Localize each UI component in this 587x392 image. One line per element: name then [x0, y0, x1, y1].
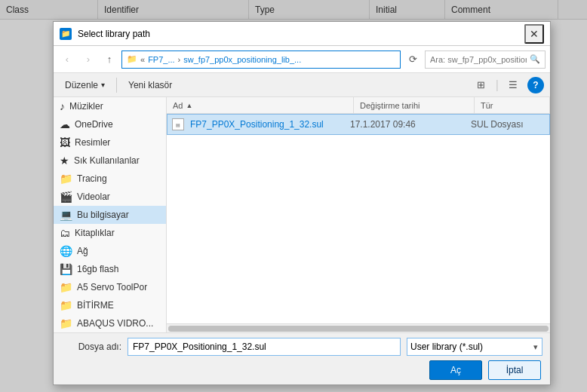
sidebar-item-label: Sık Kullanılanlar: [74, 155, 140, 166]
file-type-icon: ▤: [171, 117, 186, 132]
help-button[interactable]: ?: [527, 77, 544, 93]
dialog-title-bar: 📁 Select library path ✕: [54, 22, 550, 46]
horizontal-scrollbar[interactable]: [167, 323, 550, 332]
new-folder-label: Yeni klasör: [128, 80, 172, 90]
sidebar-item-icon: 📁: [60, 281, 72, 293]
organize-label: Düzenle: [65, 80, 98, 90]
sidebar-item-icon: 🖼: [60, 136, 70, 149]
sidebar-item-a5-servo-toolpor[interactable]: 📁A5 Servo ToolPor: [54, 278, 166, 296]
scrollbar-track: [168, 326, 549, 332]
search-input[interactable]: [430, 55, 527, 64]
forward-button[interactable]: ›: [79, 51, 97, 69]
dialog-icon: 📁: [60, 28, 72, 40]
sidebar-item-label: Ağ: [77, 246, 88, 256]
sidebar-item-kitaplıklar[interactable]: 🗂Kitaplıklar: [54, 224, 166, 242]
toolbar-right: ⊞ | ☰ ?: [472, 75, 544, 95]
organize-button[interactable]: Düzenle ▾: [60, 78, 110, 93]
main-content: ♪Müzikler☁OneDrive🖼Resimler★Sık Kullanıl…: [54, 97, 550, 332]
scrollbar-thumb: [168, 326, 549, 332]
filename-label: Dosya adı:: [61, 341, 121, 352]
filename-row: Dosya adı: User library (*.sul): [61, 338, 542, 356]
open-button[interactable]: Aç: [429, 360, 482, 380]
sidebar-item-abaqus-vidro...[interactable]: 📁ABAQUS VIDRO...: [54, 314, 166, 332]
filename-input[interactable]: [128, 338, 401, 356]
view-grid-button[interactable]: ⊞: [472, 75, 491, 95]
sidebar-item-icon: 🎬: [60, 191, 72, 203]
sidebar-item-icon: 📁: [60, 317, 72, 329]
sidebar: ♪Müzikler☁OneDrive🖼Resimler★Sık Kullanıl…: [54, 97, 167, 332]
sidebar-item-tracing[interactable]: 📁Tracing: [54, 170, 166, 188]
sidebar-item-icon: 🌐: [60, 245, 72, 257]
filetype-select[interactable]: User library (*.sul): [407, 338, 542, 356]
sidebar-item-label: A5 Servo ToolPor: [77, 282, 147, 292]
sidebar-item-label: Videolar: [77, 191, 110, 202]
path-part-2[interactable]: sw_fp7_pp0x_positioning_lib_...: [183, 55, 301, 64]
back-button[interactable]: ‹: [58, 51, 76, 69]
sidebar-item-resimler[interactable]: 🖼Resimler: [54, 133, 166, 152]
folder-icon: 📁: [127, 54, 137, 64]
close-button[interactable]: ✕: [524, 24, 544, 44]
sidebar-item-icon: 📁: [60, 173, 72, 185]
file-type: SUL Dosyası: [471, 119, 546, 130]
file-list-body[interactable]: ▤FP7_PP0X_Positioning_1_32.sul17.1.2017 …: [167, 114, 550, 323]
file-list-header: Ad ▲ Değiştirme tarihi Tür: [167, 97, 550, 114]
sidebar-item-icon: ★: [60, 155, 69, 167]
table-row[interactable]: ▤FP7_PP0X_Positioning_1_32.sul17.1.2017 …: [167, 114, 550, 135]
search-icon: 🔍: [530, 54, 540, 64]
search-box[interactable]: 🔍: [425, 51, 546, 69]
sidebar-item-label: ABAQUS VIDRO...: [77, 318, 153, 329]
dialog-title: Select library path: [78, 29, 524, 39]
sidebar-item-16gb-flash[interactable]: 💾16gb flash: [54, 260, 166, 278]
sidebar-item-label: Bu bilgisayar: [77, 210, 129, 220]
cancel-button[interactable]: İptal: [488, 360, 541, 380]
sidebar-item-label: Müzikler: [69, 101, 103, 112]
new-folder-button[interactable]: Yeni klasör: [123, 78, 177, 93]
sidebar-item-label: 16gb flash: [77, 264, 118, 274]
sidebar-item-müzikler[interactable]: ♪Müzikler: [54, 97, 166, 115]
bottom-bar: Dosya adı: User library (*.sul) Aç İptal: [54, 332, 550, 384]
sidebar-item-icon: 📁: [60, 299, 72, 311]
sidebar-item-icon: 🗂: [60, 227, 70, 239]
sidebar-item-videolar[interactable]: 🎬Videolar: [54, 188, 166, 206]
path-part-1[interactable]: FP7_...: [148, 55, 174, 64]
address-bar: ‹ › ↑ 📁 « FP7_... › sw_fp7_pp0x_position…: [54, 46, 550, 73]
toolbar-separator: [116, 78, 117, 93]
file-date: 17.1.2017 09:46: [350, 119, 471, 130]
sidebar-item-ağ[interactable]: 🌐Ağ: [54, 242, 166, 260]
toolbar: Düzenle ▾ Yeni klasör ⊞ | ☰ ?: [54, 73, 550, 97]
file-name: FP7_PP0X_Positioning_1_32.sul: [190, 119, 350, 130]
sidebar-item-sık-kullanılanlar[interactable]: ★Sık Kullanılanlar: [54, 152, 166, 170]
sidebar-item-label: BİTİRME: [77, 300, 114, 311]
col-type-header[interactable]: Tür: [475, 97, 550, 113]
file-list: Ad ▲ Değiştirme tarihi Tür ▤FP7_PP0X_Pos…: [167, 97, 550, 332]
sidebar-item-icon: 💻: [60, 209, 72, 221]
select-library-dialog: 📁 Select library path ✕ ‹ › ↑ 📁 « FP7_..…: [53, 21, 551, 385]
view-list-button[interactable]: ☰: [503, 75, 523, 95]
sidebar-item-label: Tracing: [77, 173, 107, 184]
up-button[interactable]: ↑: [100, 51, 118, 69]
refresh-button[interactable]: ⟳: [404, 51, 422, 69]
sidebar-item-label: Kitaplıklar: [75, 228, 115, 238]
filetype-select-wrapper: User library (*.sul): [407, 338, 542, 356]
col-date-header[interactable]: Değiştirme tarihi: [354, 97, 475, 113]
col-name-header[interactable]: Ad ▲: [167, 97, 354, 113]
action-buttons: Aç İptal: [61, 360, 542, 380]
organize-dropdown-icon: ▾: [101, 81, 105, 89]
view-separator: |: [496, 78, 499, 92]
sidebar-item-bi̇ti̇rme[interactable]: 📁BİTİRME: [54, 296, 166, 314]
sidebar-item-onedrive[interactable]: ☁OneDrive: [54, 115, 166, 133]
address-path[interactable]: 📁 « FP7_... › sw_fp7_pp0x_positioning_li…: [121, 51, 401, 69]
sidebar-item-bu-bilgisayar[interactable]: 💻Bu bilgisayar: [54, 206, 166, 224]
sidebar-item-label: Resimler: [75, 137, 110, 148]
sidebar-item-icon: ☁: [60, 118, 70, 130]
sidebar-item-icon: 💾: [60, 263, 72, 275]
sidebar-item-icon: ♪: [60, 100, 65, 112]
sidebar-item-label: OneDrive: [75, 119, 113, 130]
